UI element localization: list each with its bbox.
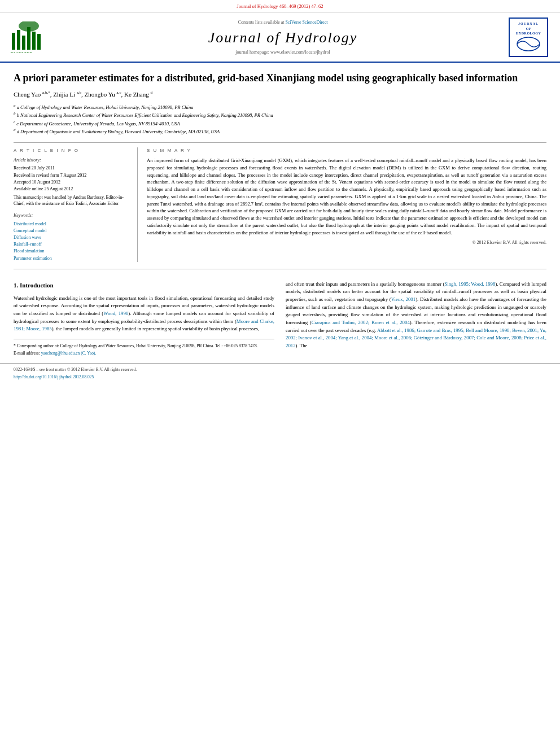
keyword-2: Conceptual model xyxy=(14,228,132,234)
footer-issn: 0022-1694/$ – see front matter © 2012 El… xyxy=(14,367,546,373)
journal-citation-header: Journal of Hydrology 468–469 (2012) 47–6… xyxy=(0,0,560,13)
summary-text: An improved form of spatially distribute… xyxy=(147,157,546,236)
footer-doi[interactable]: http://dx.doi.org/10.1016/j.jhydrol.2012… xyxy=(14,374,546,381)
keyword-1: Distributed model xyxy=(14,221,132,227)
keyword-6: Parameter estimation xyxy=(14,255,132,261)
article-info-label: A R T I C L E I N F O xyxy=(14,147,132,154)
history-received: Received 20 July 2011 xyxy=(14,165,132,171)
body-content-area: 1. Introduction Watershed hydrologic mod… xyxy=(0,281,560,364)
body-divider xyxy=(14,269,546,269)
journal-banner: ELSEVIER Contents lists available at Sci… xyxy=(0,13,560,63)
footnote-star-text: * Corresponding author at: College of Hy… xyxy=(14,343,274,349)
paper-content-area: A priori parameter estimates for a distr… xyxy=(0,63,560,281)
svg-rect-5 xyxy=(37,34,41,50)
footnote-corresponding: * Corresponding author at: College of Hy… xyxy=(14,339,274,357)
keywords-label: Keywords: xyxy=(14,212,132,219)
journal-homepage: journal homepage: www.elsevier.com/locat… xyxy=(65,49,500,55)
journal-logo-box: JOURNAL OF HYDROLOGY xyxy=(509,18,548,57)
body-left-column: 1. Introduction Watershed hydrologic mod… xyxy=(14,281,274,357)
svg-rect-4 xyxy=(32,32,36,50)
elsevier-logo-area: ELSEVIER xyxy=(9,21,60,53)
keyword-3: Diffusion wave xyxy=(14,234,132,241)
article-history-label: Article history: xyxy=(14,157,132,163)
history-revised: Received in revised form 7 August 2012 xyxy=(14,172,132,178)
history-online: Available online 25 August 2012 xyxy=(14,186,132,192)
sciverse-link[interactable]: SciVerse ScienceDirect xyxy=(286,20,328,25)
svg-rect-2 xyxy=(22,36,25,50)
affiliation-d: d d Department of Organismic and Evoluti… xyxy=(14,127,546,136)
summary-label: S U M M A R Y xyxy=(147,147,546,154)
article-info-summary-area: A R T I C L E I N F O Article history: R… xyxy=(14,147,546,262)
keywords-section: Keywords: Distributed model Conceptual m… xyxy=(14,212,132,261)
article-divider xyxy=(14,142,546,143)
article-info-column: A R T I C L E I N F O Article history: R… xyxy=(14,147,138,262)
affiliation-c: c c Department of Geoscience, University… xyxy=(14,119,546,128)
contents-available-text: Contents lists available at SciVerse Sci… xyxy=(65,19,500,25)
body-right-column: and often treat their inputs and paramet… xyxy=(286,281,546,357)
summary-column: S U M M A R Y An improved form of spatia… xyxy=(147,147,546,262)
footnote-email: E-mail address: yaocheng@hhu.edu.cn (C. … xyxy=(14,350,274,356)
keyword-5: Flood simulation xyxy=(14,248,132,254)
journal-logo-area: JOURNAL OF HYDROLOGY xyxy=(506,18,551,57)
paper-title: A priori parameter estimates for a distr… xyxy=(14,72,546,85)
history-editor: This manuscript was handled by Andras Ba… xyxy=(14,194,132,207)
affiliation-b: b b National Engineering Research Center… xyxy=(14,111,546,119)
svg-rect-1 xyxy=(17,30,20,50)
introduction-right-text: and often treat their inputs and paramet… xyxy=(286,281,546,350)
copyright-notice: © 2012 Elsevier B.V. All rights reserved… xyxy=(147,239,546,246)
authors-line: Cheng Yao a,b,*, Zhijia Li a,b, Zhongbo … xyxy=(14,90,546,99)
introduction-left-text: Watershed hydrologic modeling is one of … xyxy=(14,295,274,333)
affiliations-block: a a College of Hydrology and Water Resou… xyxy=(14,103,546,136)
svg-rect-0 xyxy=(12,33,15,50)
journal-title: Journal of Hydrology xyxy=(65,28,500,48)
journal-citation: Journal of Hydrology 468–469 (2012) 47–6… xyxy=(237,3,323,9)
affiliation-a: a a College of Hydrology and Water Resou… xyxy=(14,103,546,111)
footer-area: 0022-1694/$ – see front matter © 2012 El… xyxy=(0,363,560,385)
elsevier-emblem-icon: ELSEVIER xyxy=(9,21,54,53)
introduction-heading: 1. Introduction xyxy=(14,281,274,290)
keyword-4: Rainfall–runoff xyxy=(14,241,132,247)
banner-center: Contents lists available at SciVerse Sci… xyxy=(65,19,500,56)
svg-text:ELSEVIER: ELSEVIER xyxy=(10,51,33,53)
hydrology-logo-icon xyxy=(514,36,542,53)
svg-point-6 xyxy=(19,21,39,32)
history-accepted: Accepted 10 August 2012 xyxy=(14,179,132,185)
